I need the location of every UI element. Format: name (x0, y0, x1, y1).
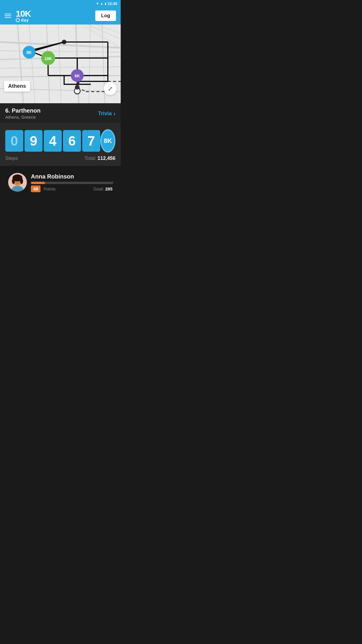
svg-point-44 (19, 180, 20, 181)
total-display: Total: 112,456 (84, 155, 115, 161)
card-arrow-icon: › (112, 178, 114, 186)
goal-value: 285 (105, 186, 113, 191)
svg-point-43 (15, 180, 16, 181)
svg-point-41 (12, 178, 15, 184)
steps-label: Steps (5, 155, 18, 161)
logo-text-top: 10K (16, 9, 31, 18)
user-avatar (8, 173, 27, 192)
milestone-circle: 8K (100, 129, 115, 153)
milestone-label: 8K (104, 137, 112, 145)
location-city: Athens, Greece (5, 115, 41, 120)
svg-point-42 (20, 178, 23, 184)
user-name: Anna Robinson (31, 173, 113, 180)
status-bar: ▼ ▲ ▮ 12:30 (0, 0, 121, 7)
app-header: 10K day Log (0, 7, 121, 24)
user-points-row: 49 Points Goal: 285 (31, 186, 113, 192)
logo-text-bottom: day (16, 18, 29, 22)
expand-button[interactable]: ⤢ (104, 82, 117, 95)
user-info: Anna Robinson 49 Points Goal: 285 (31, 173, 113, 192)
digit-0: 0 (5, 130, 23, 152)
location-info-section: 6. Parthenon Athens, Greece Trivia › (0, 103, 121, 123)
location-name: 6. Parthenon (5, 107, 41, 114)
digit-6: 6 (63, 130, 81, 152)
menu-line (5, 14, 11, 14)
total-label: Total: (84, 155, 96, 161)
steps-meta: Steps Total: 112,456 (5, 155, 115, 161)
header-left: 10K day (5, 9, 31, 22)
goal-label: Goal: (94, 186, 104, 191)
steps-digits: 0 9 4 6 7 (5, 130, 100, 152)
goal-display: Goal: 285 (94, 186, 113, 192)
steps-row: 0 9 4 6 7 8K (5, 129, 115, 153)
svg-text:8K: 8K (27, 50, 32, 55)
status-time: 12:30 (108, 1, 117, 6)
battery-icon: ▮ (105, 2, 106, 6)
svg-text:6K: 6K (75, 74, 80, 78)
progress-bar-container (31, 182, 113, 184)
expand-icon: ⤢ (108, 85, 113, 92)
digit-7: 7 (82, 130, 100, 152)
total-value: 112,456 (98, 155, 115, 161)
user-card[interactable]: Anna Robinson 49 Points Goal: 285 › (3, 169, 117, 196)
location-info: 6. Parthenon Athens, Greece (5, 107, 41, 120)
trivia-arrow-icon: › (113, 110, 115, 117)
points-label: Points (43, 186, 56, 191)
digit-4: 4 (44, 130, 62, 152)
menu-line (5, 17, 11, 18)
trivia-button[interactable]: Trivia › (98, 110, 115, 117)
log-button[interactable]: Log (95, 10, 116, 21)
svg-point-29 (75, 85, 80, 90)
progress-bar-fill (31, 182, 45, 184)
wifi-icon: ▼ (96, 2, 99, 5)
avatar-svg (8, 173, 27, 192)
map-container: 8K 10K 6K Athens ⤢ (0, 24, 121, 103)
app-logo: 10K day (16, 9, 31, 22)
signal-icon: ▲ (100, 2, 103, 5)
status-icons: ▼ ▲ ▮ 12:30 (96, 1, 117, 6)
athens-label: Athens (4, 81, 30, 92)
trivia-label: Trivia (98, 111, 112, 117)
digit-9: 9 (24, 130, 43, 152)
logo-circle-icon (16, 18, 20, 22)
menu-button[interactable] (5, 14, 11, 18)
points-badge: 49 (31, 186, 41, 192)
menu-line (5, 15, 11, 16)
steps-section: 0 9 4 6 7 8K Steps Total: 112,456 (0, 123, 121, 166)
points-display: 49 Points (31, 186, 56, 192)
svg-text:10K: 10K (44, 56, 52, 61)
